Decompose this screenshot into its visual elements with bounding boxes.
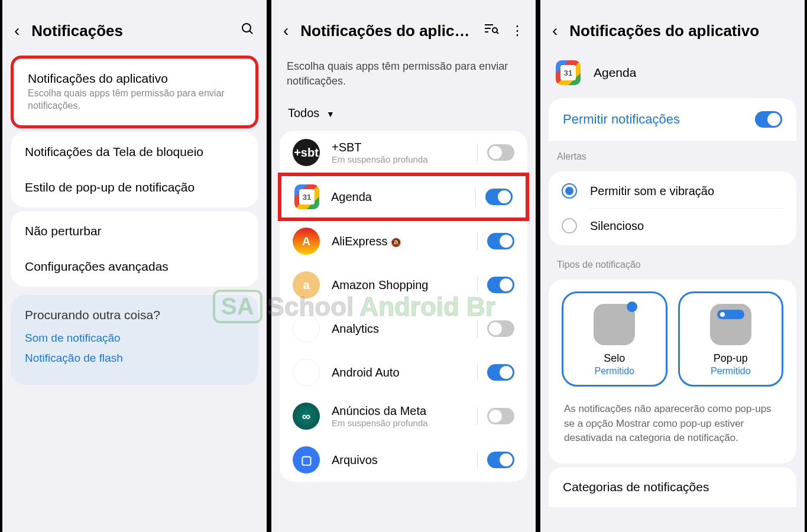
app-icon: a bbox=[293, 271, 320, 299]
app-icon: .ıl bbox=[293, 315, 320, 342]
app-row[interactable]: Agenda bbox=[278, 173, 529, 221]
more-icon[interactable]: ⋮ bbox=[511, 23, 524, 38]
app-notifications-item[interactable]: Notificações do aplicativo Escolha quais… bbox=[11, 56, 258, 128]
app-row[interactable]: ▢ Arquivos bbox=[280, 438, 527, 482]
dropdown-value: Todos bbox=[288, 106, 319, 119]
page-title: Notificações bbox=[31, 22, 241, 40]
app-icon: +sbt bbox=[293, 139, 320, 166]
app-icon: A bbox=[293, 228, 320, 255]
flash-notification-link[interactable]: Notificação de flash bbox=[25, 352, 244, 365]
filter-dropdown[interactable]: Todos ▼ bbox=[271, 99, 536, 127]
svg-line-1 bbox=[249, 31, 252, 34]
item-subtitle: Escolha quais apps têm permissão para en… bbox=[28, 87, 241, 112]
types-group: Selo Permitido Pop-up Permitido As notif… bbox=[549, 280, 796, 463]
notifications-group: Notificações da Tela de bloqueio Estilo … bbox=[11, 132, 258, 207]
popup-style-item[interactable]: Estilo de pop-up de notificação bbox=[11, 170, 258, 205]
app-name-label: Anúncios da Meta bbox=[332, 404, 468, 418]
app-name-label: +SBT bbox=[332, 141, 468, 154]
app-icon: ▢ bbox=[293, 446, 320, 473]
app-name-label: Android Auto bbox=[332, 366, 468, 379]
screenshot-panel-3: ‹ Notificações do aplicativo Agenda Perm… bbox=[538, 0, 807, 532]
app-toggle[interactable] bbox=[487, 277, 514, 293]
app-icon: ▲ bbox=[293, 359, 320, 386]
app-toggle[interactable] bbox=[487, 408, 514, 424]
notification-categories-item[interactable]: Categorias de notificações bbox=[549, 467, 796, 507]
app-toggle[interactable] bbox=[485, 189, 513, 205]
badge-type-card[interactable]: Selo Permitido bbox=[562, 291, 667, 387]
allow-notifications-row: Permitir notificações bbox=[549, 98, 796, 141]
app-name-label: Agenda bbox=[331, 190, 466, 204]
popup-info-text: As notificações não aparecerão como pop-… bbox=[549, 391, 796, 456]
silent-option[interactable]: Silencioso bbox=[549, 209, 796, 243]
item-title: Notificações do aplicativo bbox=[28, 72, 241, 86]
app-name-label: Amazon Shopping bbox=[332, 278, 468, 292]
popup-preview-icon bbox=[710, 304, 751, 345]
svg-point-0 bbox=[242, 24, 251, 32]
app-status: Em suspensão profunda bbox=[332, 418, 468, 428]
app-name-label: Analytics bbox=[332, 322, 468, 336]
back-icon[interactable]: ‹ bbox=[14, 21, 20, 40]
header: ‹ Notificações do aplicativo bbox=[540, 0, 805, 52]
app-icon: ∞ bbox=[293, 403, 320, 430]
radio-checked-icon bbox=[562, 183, 577, 199]
app-toggle[interactable] bbox=[487, 144, 514, 161]
app-toggle[interactable] bbox=[487, 364, 514, 381]
header: ‹ Notificações bbox=[2, 0, 267, 52]
tips-card: Procurando outra coisa? Som de notificaç… bbox=[11, 295, 258, 385]
app-toggle[interactable] bbox=[487, 452, 514, 468]
popup-type-card[interactable]: Pop-up Permitido bbox=[678, 291, 784, 387]
allow-label: Permitir notificações bbox=[563, 112, 680, 127]
app-row[interactable]: ∞ Anúncios da Meta Em suspensão profunda bbox=[280, 394, 527, 438]
screenshot-panel-1: ‹ Notificações Notificações do aplicativ… bbox=[0, 0, 269, 532]
app-row[interactable]: .ıl Analytics bbox=[280, 307, 527, 351]
app-toggle[interactable] bbox=[487, 233, 514, 249]
app-list: +sbt +SBT Em suspensão profunda Agenda A… bbox=[280, 131, 527, 482]
radio-unchecked-icon bbox=[562, 218, 577, 233]
alerts-section-label: Alertas bbox=[540, 141, 805, 168]
app-name-label: Arquivos bbox=[332, 453, 468, 467]
header: ‹ Notificações do aplic… ⋮ bbox=[271, 0, 536, 52]
app-toggle[interactable] bbox=[487, 320, 514, 337]
back-icon[interactable]: ‹ bbox=[283, 21, 289, 40]
dnd-item[interactable]: Não perturbar bbox=[11, 213, 258, 249]
mute-icon: 🔕 bbox=[391, 238, 401, 247]
app-row[interactable]: +sbt +SBT Em suspensão profunda bbox=[280, 131, 527, 174]
app-status: Em suspensão profunda bbox=[332, 154, 468, 164]
tips-title: Procurando outra coisa? bbox=[25, 308, 244, 322]
page-subtitle: Escolha quais apps têm permissão para en… bbox=[271, 52, 536, 99]
types-section-label: Tipos de notificação bbox=[540, 249, 805, 276]
svg-point-5 bbox=[492, 28, 497, 33]
app-row[interactable]: A AliExpress🔕 bbox=[280, 219, 527, 263]
alerts-group: Permitir som e vibração Silencioso bbox=[549, 171, 796, 245]
app-row[interactable]: a Amazon Shopping bbox=[280, 263, 527, 307]
app-header[interactable]: Agenda bbox=[540, 52, 805, 98]
calendar-icon bbox=[294, 184, 319, 209]
page-title: Notificações do aplicativo bbox=[569, 22, 793, 40]
lockscreen-notifications-item[interactable]: Notificações da Tela de bloqueio bbox=[11, 134, 258, 170]
advanced-settings-item[interactable]: Configurações avançadas bbox=[11, 249, 258, 284]
chevron-down-icon: ▼ bbox=[326, 109, 335, 119]
app-row[interactable]: ▲ Android Auto bbox=[280, 351, 527, 394]
screenshot-panel-2: ‹ Notificações do aplic… ⋮ Escolha quais… bbox=[269, 0, 538, 532]
search-icon[interactable] bbox=[241, 22, 255, 40]
allow-toggle[interactable] bbox=[755, 111, 782, 128]
badge-preview-icon bbox=[594, 304, 635, 345]
back-icon[interactable]: ‹ bbox=[552, 21, 558, 40]
calendar-icon bbox=[556, 60, 581, 85]
app-name-label: AliExpress🔕 bbox=[332, 235, 468, 248]
notification-sound-link[interactable]: Som de notificação bbox=[25, 332, 244, 345]
settings-group: Não perturbar Configurações avançadas bbox=[11, 211, 258, 287]
filter-search-icon[interactable] bbox=[484, 22, 499, 39]
svg-line-6 bbox=[497, 32, 498, 34]
sound-vibration-option[interactable]: Permitir som e vibração bbox=[549, 174, 796, 208]
page-title: Notificações do aplic… bbox=[300, 22, 484, 40]
app-name: Agenda bbox=[594, 66, 636, 80]
